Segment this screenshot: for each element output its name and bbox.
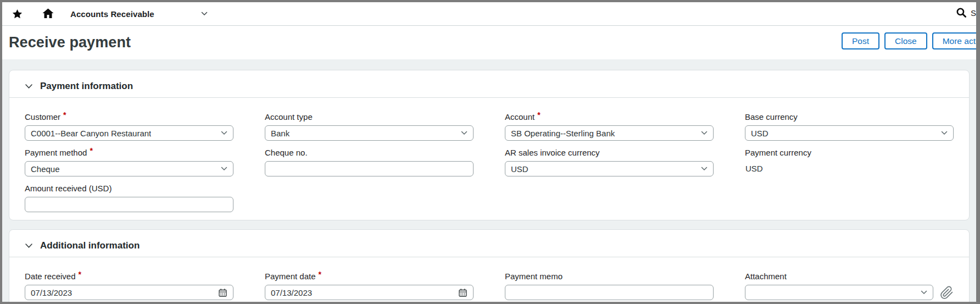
selected-value: C0001--Bear Canyon Restaurant <box>31 129 151 138</box>
payment-date-input[interactable]: 07/13/2023 <box>265 285 474 300</box>
label-text: Attachment <box>745 272 787 281</box>
header-action-buttons: Post Close More actions <box>842 32 980 49</box>
date-received-input[interactable]: 07/13/2023 <box>25 285 233 300</box>
label-text: Payment method <box>25 148 87 157</box>
chevron-down-icon <box>461 131 467 135</box>
payment-information-section: Payment information Customer * C0001--Be… <box>9 70 970 220</box>
paperclip-icon[interactable] <box>940 286 954 300</box>
required-asterisk: * <box>537 110 540 120</box>
input-value: 07/13/2023 <box>271 288 312 297</box>
section-divider <box>9 257 969 257</box>
more-actions-button[interactable]: More actions <box>932 32 980 49</box>
chevron-down-icon <box>221 131 227 135</box>
chevron-down-icon <box>25 84 33 89</box>
page-header: Receive payment Post Close More actions <box>2 26 976 59</box>
payment-information-header[interactable]: Payment information <box>25 70 954 92</box>
form-row: Amount received (USD) <box>25 184 954 212</box>
field-payment-date: Payment date * 07/13/2023 <box>265 272 474 300</box>
base-currency-select[interactable]: USD <box>745 125 954 141</box>
label-text: Cheque no. <box>265 148 308 157</box>
label-text: Account type <box>265 112 313 121</box>
label-text: Base currency <box>745 112 798 121</box>
selected-value: SB Operating--Sterling Bank <box>511 129 615 138</box>
payment-method-select[interactable]: Cheque <box>25 161 233 176</box>
section-divider <box>9 97 969 98</box>
label-text: AR sales invoice currency <box>505 148 600 157</box>
selected-value: USD <box>751 129 769 138</box>
chevron-down-icon <box>201 12 208 16</box>
section-title: Additional information <box>40 240 140 251</box>
chevron-down-icon <box>221 167 227 171</box>
additional-information-header[interactable]: Additional information <box>25 230 954 251</box>
field-date-received: Date received * 07/13/2023 <box>25 272 233 300</box>
date-received-label: Date received * <box>25 272 233 281</box>
amount-received-label: Amount received (USD) <box>25 184 233 193</box>
selected-value: Bank <box>271 129 289 138</box>
attachment-label: Attachment <box>745 272 954 281</box>
search-icon <box>956 7 967 18</box>
chevron-down-icon <box>941 131 948 135</box>
required-asterisk: * <box>319 270 321 279</box>
global-search-button[interactable]: Search <box>956 7 980 18</box>
field-ar-sales-invoice-currency: AR sales invoice currency USD <box>505 148 714 176</box>
form-row: Date received * 07/13/2023 <box>25 272 954 300</box>
label-text: Date received <box>25 272 76 281</box>
payment-currency-label: Payment currency <box>745 148 954 157</box>
field-base-currency: Base currency USD <box>745 112 954 141</box>
app-module-selector[interactable]: Accounts Receivable <box>70 9 208 19</box>
search-label: Search <box>971 8 980 18</box>
amount-received-input[interactable] <box>25 197 233 212</box>
chevron-down-icon <box>921 290 927 295</box>
field-amount-received: Amount received (USD) <box>25 184 233 212</box>
label-text: Payment memo <box>505 272 563 281</box>
chevron-down-icon <box>25 243 33 248</box>
account-type-select[interactable]: Bank <box>265 125 474 141</box>
payment-memo-input[interactable] <box>505 285 714 300</box>
calendar-icon[interactable] <box>458 288 467 297</box>
home-icon <box>41 7 55 20</box>
payment-date-label: Payment date * <box>265 272 474 281</box>
form-row: Payment method * Cheque Cheque no. <box>25 148 954 176</box>
field-payment-memo: Payment memo <box>505 272 714 300</box>
section-title: Payment information <box>40 81 133 92</box>
field-attachment: Attachment <box>745 272 954 300</box>
chevron-down-icon <box>701 167 708 171</box>
post-button[interactable]: Post <box>842 32 879 49</box>
payment-method-label: Payment method * <box>25 148 233 157</box>
page-title: Receive payment <box>9 34 131 51</box>
form-body: Payment information Customer * C0001--Be… <box>2 59 976 302</box>
app-module-label: Accounts Receivable <box>70 9 154 19</box>
customer-label: Customer * <box>25 112 233 121</box>
ar-sales-invoice-currency-select[interactable]: USD <box>505 161 714 176</box>
ar-sales-invoice-currency-label: AR sales invoice currency <box>505 148 714 157</box>
input-value: 07/13/2023 <box>31 288 72 297</box>
attachment-control <box>745 285 954 300</box>
field-payment-currency: Payment currency USD <box>745 148 954 176</box>
cheque-no-input[interactable] <box>265 161 474 176</box>
additional-information-section: Additional information Date received * 0… <box>9 229 970 304</box>
label-text: Account <box>505 112 534 121</box>
field-customer: Customer * C0001--Bear Canyon Restaurant <box>25 112 233 141</box>
field-account-type: Account type Bank <box>265 112 474 141</box>
label-text: Payment currency <box>745 148 811 157</box>
field-cheque-no: Cheque no. <box>265 148 474 176</box>
field-payment-method: Payment method * Cheque <box>25 148 233 176</box>
required-asterisk: * <box>90 146 92 156</box>
selected-value: USD <box>511 164 528 174</box>
required-asterisk: * <box>63 110 66 120</box>
chevron-down-icon <box>701 131 708 135</box>
account-select[interactable]: SB Operating--Sterling Bank <box>505 125 714 141</box>
payment-memo-label: Payment memo <box>505 272 714 281</box>
top-navigation-bar: Accounts Receivable Search <box>2 2 976 25</box>
favorite-star-button[interactable] <box>10 8 24 20</box>
home-button[interactable] <box>41 7 55 20</box>
customer-select[interactable]: C0001--Bear Canyon Restaurant <box>25 125 233 141</box>
base-currency-label: Base currency <box>745 112 954 121</box>
calendar-icon[interactable] <box>218 288 227 297</box>
star-icon <box>12 8 23 20</box>
attachment-select[interactable] <box>745 285 933 300</box>
field-account: Account * SB Operating--Sterling Bank <box>505 112 714 141</box>
label-text: Customer <box>25 112 60 121</box>
close-button[interactable]: Close <box>884 32 927 49</box>
label-text: Payment date <box>265 272 316 281</box>
